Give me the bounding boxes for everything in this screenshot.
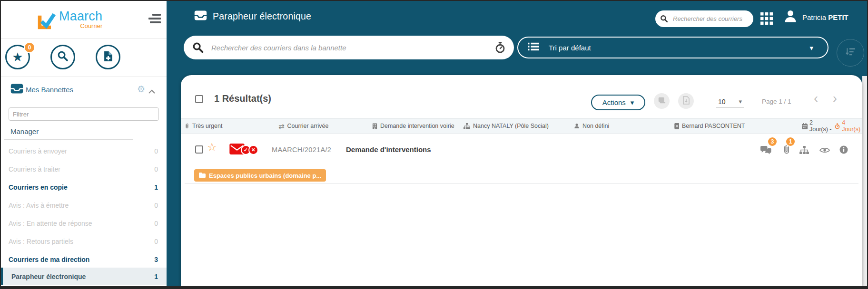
user-avatar-icon <box>783 9 798 25</box>
page-title-inbox-icon <box>194 10 207 22</box>
meta-entity: Nancy NATALY (Pôle Social) <box>464 119 549 133</box>
settings-gear-icon[interactable]: ⚙ <box>137 84 145 95</box>
notes-badge: 3 <box>767 136 778 147</box>
basket-item-courriers-de-ma-direction[interactable]: Courriers de ma direction 3 <box>1 250 167 269</box>
page-indicator: Page 1 / 1 <box>762 98 791 105</box>
basket-item-avis-retours-partiels[interactable]: Avis : Retours partiels 0 <box>1 232 167 250</box>
page-size-value: 10 <box>718 98 726 106</box>
file-plus-icon <box>104 51 113 64</box>
vertical-scrollbar[interactable] <box>862 76 867 286</box>
info-icon[interactable] <box>839 145 848 154</box>
result-meta-bar: Très urgent ⇄ Courrier arrivée <box>181 118 862 134</box>
apps-grid-icon[interactable] <box>760 12 773 27</box>
basket-search <box>184 36 514 59</box>
meta-delays: 2 Jour(s) - 4 Jour(s) <box>802 119 862 133</box>
select-all-checkbox[interactable] <box>195 95 203 103</box>
search-icon <box>57 50 69 64</box>
sidebar: Maarch Courrier ★ 0 <box>1 1 167 286</box>
baskets-title: Mes Bannettes <box>26 86 73 94</box>
basket-item-courriers-en-copie[interactable]: Courriers en copie 1 <box>1 178 167 196</box>
group-divider <box>4 139 133 140</box>
basket-item-count: 0 <box>154 238 158 245</box>
menu-toggle-button[interactable] <box>148 14 161 23</box>
processing-delay: 2 Jour(s) - <box>809 119 833 133</box>
sitemap-icon <box>464 123 470 129</box>
favorite-star-icon[interactable]: ☆ <box>207 142 217 153</box>
followed-badge: 0 <box>24 42 35 53</box>
results-card: 1 Résultat(s) Actions ▾ <box>181 75 862 286</box>
result-subject[interactable]: Demande d'interventions <box>346 145 431 154</box>
notes-icon[interactable] <box>760 146 771 154</box>
search-icon <box>660 15 668 23</box>
collapse-chevron-up-icon[interactable] <box>148 87 155 96</box>
file-download-icon <box>683 96 690 106</box>
preview-eye-icon[interactable] <box>819 147 830 154</box>
basket-item-count: 1 <box>154 273 158 280</box>
basket-item-count: 0 <box>154 165 158 173</box>
basket-item-label: Avis : Avis à émettre <box>9 202 69 209</box>
basket-item-label: Avis : Retours partiels <box>9 238 73 245</box>
meta-assignee: Non défini <box>574 119 609 133</box>
stopwatch-icon[interactable] <box>495 42 505 53</box>
inbox-icon <box>10 84 23 96</box>
caret-down-icon: ▾ <box>739 98 742 105</box>
meta-subject: Demande intervention voirie <box>372 119 454 133</box>
maarch-logo: Maarch Courrier <box>37 10 102 31</box>
basket-group-label: Manager <box>10 127 39 135</box>
meta-priority: Très urgent <box>185 119 222 133</box>
address-book-icon <box>674 123 679 129</box>
building-icon <box>372 123 377 129</box>
diffusion-sitemap-icon[interactable] <box>799 146 809 154</box>
folder-tag-label: Espaces publics urbains (domaine p... <box>209 172 321 179</box>
sort-selected-value: Tri par défaut <box>549 44 800 52</box>
search-button[interactable] <box>50 45 75 69</box>
product-name: Courrier <box>59 23 102 29</box>
basket-search-input[interactable] <box>210 43 488 52</box>
next-page-button[interactable]: › <box>833 92 837 105</box>
actions-button[interactable]: Actions ▾ <box>591 95 645 110</box>
basket-item-parapheur-electronique[interactable]: Parapheur électronique 1 <box>1 268 167 285</box>
summary-sheets-button[interactable] <box>654 93 670 109</box>
calendar-icon <box>802 123 808 129</box>
basket-item-count: 0 <box>154 220 158 227</box>
prev-page-button[interactable]: ‹ <box>814 92 818 105</box>
attachments-badge: 1 <box>785 136 796 147</box>
basket-item-courriers-a-traiter[interactable]: Courriers à traiter 0 <box>1 160 167 178</box>
baskets-panel-header: Mes Bannettes ⚙ <box>1 77 167 106</box>
sort-direction-button[interactable] <box>837 39 864 67</box>
new-document-button[interactable] <box>96 45 120 69</box>
export-button[interactable] <box>678 93 694 109</box>
meta-category: ⇄ Courrier arrivée <box>278 119 328 133</box>
folder-icon <box>199 172 206 179</box>
list-icon <box>528 42 539 53</box>
basket-item-label: Avis : En attente de réponse <box>9 220 92 227</box>
page-title: Parapheur électronique <box>213 11 311 22</box>
status-envelope-cluster: ✓ ✕ <box>229 144 258 156</box>
hamburger-icon <box>152 14 161 16</box>
actions-label: Actions <box>602 98 626 106</box>
star-icon: ★ <box>12 51 23 63</box>
page-size-select[interactable]: 10 ▾ <box>716 96 744 107</box>
basket-item-avis-en-attente[interactable]: Avis : En attente de réponse 0 <box>1 214 167 232</box>
sort-select[interactable]: Tri par défaut ▾ <box>517 37 829 58</box>
caret-down-icon: ▾ <box>809 44 813 51</box>
basket-item-count: 0 <box>154 202 158 209</box>
basket-item-avis-a-emettre[interactable]: Avis : Avis à émettre 0 <box>1 196 167 214</box>
user-menu[interactable]: Patricia PETIT <box>783 9 848 25</box>
status-cross-badge: ✕ <box>248 145 258 155</box>
folder-tag[interactable]: Espaces publics urbains (domaine p... <box>194 169 326 182</box>
scroll-icon <box>658 96 666 106</box>
global-search-input[interactable] <box>672 15 749 23</box>
basket-item-courriers-a-envoyer[interactable]: Courriers à envoyer 0 <box>1 142 167 160</box>
result-reference[interactable]: MAARCH/2021A/2 <box>272 146 331 154</box>
basket-item-label: Courriers à envoyer <box>9 147 67 155</box>
basket-item-count: 3 <box>154 256 158 263</box>
quick-actions-row: ★ 0 <box>1 39 167 77</box>
caret-down-icon: ▾ <box>631 99 634 106</box>
basket-item-label: Courriers à traiter <box>9 165 60 173</box>
main-area: Parapheur électronique <box>167 1 867 286</box>
basket-filter-input[interactable] <box>9 107 159 121</box>
followed-resources-button[interactable]: ★ 0 <box>5 45 30 69</box>
basket-item-label: Parapheur électronique <box>11 273 86 280</box>
row-checkbox[interactable] <box>195 145 203 154</box>
